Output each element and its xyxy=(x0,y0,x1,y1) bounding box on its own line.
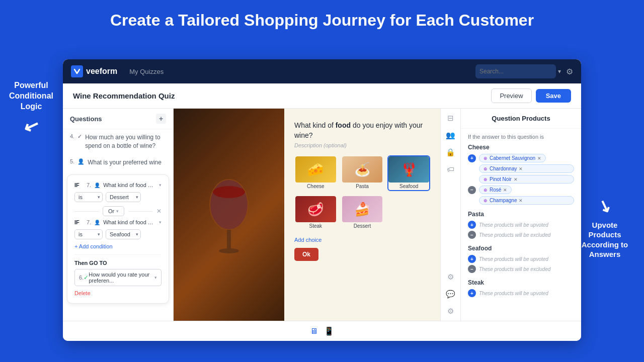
upvote-row-pasta: + These products will be upvoted xyxy=(468,221,574,229)
lock-icon[interactable]: 🔒 xyxy=(446,148,455,157)
product-icon-5: ⊕ xyxy=(484,198,488,203)
product-icon-2: ⊕ xyxy=(484,166,488,171)
pasta-downvote-placeholder: These products will be excluded xyxy=(479,232,550,238)
answer-title-cheese: Cheese xyxy=(468,144,574,151)
upvote-button-cabernet[interactable]: + xyxy=(468,154,476,162)
logic-operator-1-dropdown[interactable]: is is not xyxy=(74,192,103,202)
food-label-steak: Steak xyxy=(295,222,336,230)
then-goto-label: Then GO TO xyxy=(74,260,162,266)
brand-logo[interactable]: veeform xyxy=(71,65,117,77)
logic-q1-chevron-icon: ▾ xyxy=(159,183,162,188)
upvote-button-seafood[interactable]: + xyxy=(468,255,476,263)
question-num-5: 5. xyxy=(70,158,74,164)
food-item-cheese[interactable]: 🧀 Cheese xyxy=(294,155,337,191)
food-thumb-steak: 🥩 xyxy=(295,196,336,222)
downvote-row-pasta: − These products will be excluded xyxy=(468,231,574,239)
downvote-button-rose[interactable]: − xyxy=(468,186,476,194)
product-name-cabernet: Cabernet Sauvignon xyxy=(490,155,535,161)
logic-operator-2-select[interactable]: is is not xyxy=(74,229,103,239)
then-goto-section: Then GO TO 6. ✓ How would you rate your … xyxy=(74,254,162,286)
or-close-button[interactable]: ✕ xyxy=(156,208,162,215)
nav-my-quizzes[interactable]: My Quizzes xyxy=(129,68,164,75)
food-label-cheese: Cheese xyxy=(295,183,336,190)
goto-text: How would you rate your preferen... xyxy=(89,272,154,284)
logic-q1-text: What kind of food do you en... xyxy=(103,182,156,188)
tag-icon[interactable]: 🏷 xyxy=(447,165,454,173)
food-item-pasta[interactable]: 🍝 Pasta xyxy=(341,155,384,191)
logic-condition-1-value-row: is is not Dessert Cheese Pasta Seafood S… xyxy=(74,192,162,202)
products-body: If the answer to this question is Cheese… xyxy=(461,129,581,308)
goto-num: 6. xyxy=(79,275,84,281)
food-label-dessert: Dessert xyxy=(342,222,383,230)
food-thumb-dessert: 🍰 xyxy=(342,196,383,222)
navbar-search-input[interactable] xyxy=(475,64,556,78)
product-icon: ⊕ xyxy=(484,156,488,161)
product-icon-3: ⊕ xyxy=(484,177,488,182)
downvote-button-pasta[interactable]: − xyxy=(468,231,476,239)
svg-rect-2 xyxy=(227,230,231,250)
logic-operator-2-dropdown[interactable]: is is not xyxy=(74,229,103,239)
food-item-seafood[interactable]: 🦞 Seafood xyxy=(387,155,430,191)
or-button[interactable]: Or ▾ xyxy=(103,206,124,216)
products-panel-header: Question Products xyxy=(461,109,581,129)
food-item-dessert[interactable]: 🍰 Dessert xyxy=(341,195,384,231)
gear-icon[interactable]: ⚙ xyxy=(566,67,573,76)
upvote-row-cabernet: + ⊕ Cabernet Sauvignon ✕ xyxy=(468,154,574,162)
remove-rose-button[interactable]: ✕ xyxy=(503,188,507,193)
product-name-chardonnay: Chardonnay xyxy=(490,166,517,171)
goto-select[interactable]: 6. ✓ How would you rate your preferen...… xyxy=(74,269,162,286)
logo-icon xyxy=(71,65,83,77)
left-annotation: Powerful Conditional Logic ↙ xyxy=(9,80,53,138)
logic-q2-chevron-icon: ▾ xyxy=(159,220,162,225)
logic-operator-1-select[interactable]: is is not xyxy=(74,192,103,202)
wine-image-inner xyxy=(174,109,284,321)
logic-value-1-dropdown[interactable]: Dessert Cheese Pasta Seafood Steak xyxy=(106,192,141,202)
add-question-button[interactable]: + xyxy=(156,114,166,124)
downvote-row-seafood: − These products will be excluded xyxy=(468,265,574,273)
add-choice-button[interactable]: Add choice xyxy=(294,237,430,243)
sliders-icon[interactable]: ⊟ xyxy=(447,114,454,123)
food-label-seafood: Seafood xyxy=(388,183,429,190)
main-content: Questions + 4. ✓ How much are you willin… xyxy=(63,109,581,321)
remove-cabernet-button[interactable]: ✕ xyxy=(537,156,541,161)
logic-card: IF 7. 👤 What kind of food do you en... ▾… xyxy=(67,174,169,304)
seafood-downvote-placeholder: These products will be excluded xyxy=(479,266,550,272)
question-item-4[interactable]: 4. ✓ How much are you willing to spend o… xyxy=(63,129,173,154)
users-icon[interactable]: 👥 xyxy=(446,131,455,140)
remove-champagne-button[interactable]: ✕ xyxy=(519,198,523,203)
logic-value-2-dropdown[interactable]: Seafood Cheese Pasta Dessert Steak xyxy=(106,229,141,239)
ok-button[interactable]: Ok xyxy=(294,248,318,261)
logic-value-2-select[interactable]: Seafood Cheese Pasta Dessert Steak xyxy=(106,229,141,239)
downvote-button-seafood[interactable]: − xyxy=(468,265,476,273)
product-row-champagne: ⊕ Champagne ✕ xyxy=(468,196,574,205)
remove-pinotnoir-button[interactable]: ✕ xyxy=(514,177,518,182)
preview-button[interactable]: Preview xyxy=(491,88,531,103)
right-toolbar: ⊟ 👥 🔒 🏷 ⚙ 💬 ⚙ xyxy=(440,109,460,321)
logic-value-1-select[interactable]: Dessert Cheese Pasta Seafood Steak xyxy=(106,192,141,202)
product-tag-cabernet: ⊕ Cabernet Sauvignon ✕ xyxy=(479,154,546,162)
food-item-steak[interactable]: 🥩 Steak xyxy=(294,195,337,231)
upvote-button-pasta[interactable]: + xyxy=(468,221,476,229)
logic-q2-text: What kind of food do you en... xyxy=(103,219,156,225)
right-annotation: ↙ Upvote Products According to Answers xyxy=(575,196,635,259)
desktop-icon[interactable]: 🖥 xyxy=(310,327,318,336)
quiz-description: Description (optional) xyxy=(294,142,430,148)
answer-section-steak: Steak + These products will be upvoted xyxy=(468,279,574,297)
delete-button[interactable]: Delete xyxy=(74,290,162,296)
app-window: veeform My Quizzes ▾ ⚙ Wine Recommendati… xyxy=(63,59,581,341)
products-panel: Question Products If the answer to this … xyxy=(460,109,581,321)
mobile-icon[interactable]: 📱 xyxy=(324,326,334,336)
logic-condition-2-row: IF 7. 👤 What kind of food do you en... ▾ xyxy=(74,219,162,225)
chat-icon[interactable]: 💬 xyxy=(446,290,455,299)
gear-icon[interactable]: ⚙ xyxy=(447,307,454,316)
quiz-question-text: What kind of food do you enjoy with your… xyxy=(294,121,430,140)
settings-icon[interactable]: ⚙ xyxy=(447,273,454,282)
upvote-button-steak[interactable]: + xyxy=(468,289,476,297)
condition-label: If the answer to this question is xyxy=(468,134,574,140)
question-item-5[interactable]: 5. 👤 What is your preferred wine xyxy=(63,154,173,171)
add-condition-button[interactable]: + Add condition xyxy=(74,243,162,249)
food-grid: 🧀 Cheese 🍝 Pasta 🦞 Seafood xyxy=(294,155,430,231)
remove-chardonnay-button[interactable]: ✕ xyxy=(519,166,523,171)
save-button[interactable]: Save xyxy=(536,89,571,103)
answer-title-pasta: Pasta xyxy=(468,211,574,218)
